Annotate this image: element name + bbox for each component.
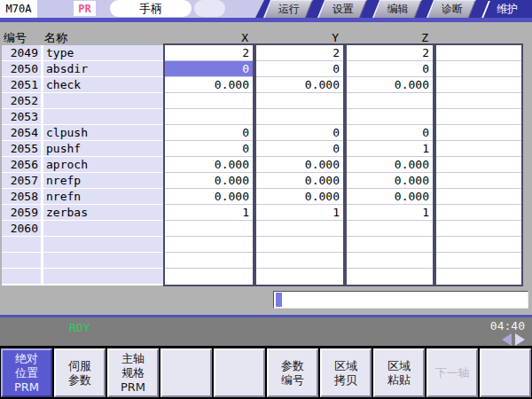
cell-2057-x[interactable]: 0.000	[165, 173, 253, 189]
cell-2058-y[interactable]: 0.000	[256, 189, 343, 205]
cell-2057-y[interactable]: 0.000	[256, 173, 343, 189]
softkey-param-number[interactable]: 参数编号	[267, 348, 318, 397]
column-header-x: X	[163, 32, 248, 44]
cell-2060-x[interactable]	[165, 221, 253, 237]
tab-edit[interactable]: 编辑	[372, 0, 422, 18]
page-left-arrow-icon[interactable]	[502, 333, 512, 346]
name-column: typeabsdircheckclpushpushfaprochnrefpnre…	[43, 45, 163, 285]
status-bar: RDY 04:40	[0, 317, 532, 346]
cell-2052-number: 2052	[2, 93, 41, 109]
cell-2056-number: 2056	[2, 157, 41, 173]
cell-2051-number: 2051	[2, 77, 41, 93]
softkey-absolute-position-prm[interactable]: 绝对位置PRM	[1, 348, 52, 397]
cell-2060-z[interactable]	[347, 221, 433, 237]
cell-blank-13-y[interactable]	[256, 253, 343, 269]
cell-2054-z[interactable]: 0	[347, 125, 433, 141]
cell-2052-name	[43, 93, 163, 109]
softkey-spindle-spec-prm[interactable]: 主轴规格PRM	[107, 348, 159, 397]
column-header-y: Y	[254, 32, 339, 44]
data-input-field[interactable]	[273, 291, 528, 309]
clock: 04:40	[490, 319, 525, 332]
cell-2051-name: check	[43, 77, 163, 93]
cell-2059-z[interactable]: 1	[347, 205, 433, 221]
softkey-empty-10[interactable]	[480, 348, 531, 397]
cell-blank-12-name	[43, 237, 163, 253]
cell-2053-z[interactable]	[347, 109, 433, 125]
softkey-empty-4[interactable]	[160, 348, 212, 397]
spare-value-column	[434, 43, 523, 286]
cell-2059-spare	[436, 205, 521, 221]
cell-2057-spare	[436, 173, 521, 189]
cell-2050-name: absdir	[43, 61, 163, 77]
cell-2050-x[interactable]: 0	[165, 61, 253, 77]
cell-2053-name	[43, 109, 163, 125]
cell-2058-spare	[436, 189, 521, 205]
softkey-empty-5[interactable]	[214, 348, 265, 397]
softkey-servo-param[interactable]: 伺服参数	[54, 348, 106, 397]
cell-2059-y[interactable]: 1	[256, 205, 343, 221]
cell-2060-name	[43, 221, 163, 237]
column-header-number: 编号	[4, 32, 27, 44]
cell-blank-13-z[interactable]	[347, 253, 433, 269]
cell-blank-12-x[interactable]	[165, 237, 253, 253]
tab-diagnosis[interactable]: 诊断	[426, 0, 476, 18]
cell-2050-number: 2050	[2, 61, 41, 77]
cell-blank-14-spare	[436, 269, 521, 284]
status-pill	[194, 0, 225, 17]
cell-2059-x[interactable]: 1	[165, 205, 253, 221]
column-header-name: 名称	[44, 32, 67, 44]
cell-2053-y[interactable]	[256, 109, 343, 125]
cell-blank-12-number	[2, 237, 41, 253]
column-header-z: Z	[345, 32, 428, 44]
cell-2056-x[interactable]: 0.000	[165, 157, 253, 173]
cell-2058-name: nrefn	[43, 189, 163, 205]
cell-blank-12-z[interactable]	[347, 237, 433, 253]
cell-2052-x[interactable]	[165, 93, 253, 109]
cell-2050-y[interactable]: 0	[256, 61, 343, 77]
cell-2049-x[interactable]: 2	[165, 45, 253, 61]
cell-blank-13-x[interactable]	[165, 253, 253, 269]
cell-2058-x[interactable]: 0.000	[165, 189, 253, 205]
cell-blank-14-number	[2, 269, 41, 285]
cell-2060-spare	[436, 221, 521, 237]
page-right-arrow-icon[interactable]	[515, 333, 525, 346]
cell-blank-13-name	[43, 253, 163, 269]
y-axis-value-column: 200.000000.0000.0000.0001	[254, 43, 345, 286]
cell-2060-y[interactable]	[256, 221, 343, 237]
cell-blank-14-x[interactable]	[165, 269, 253, 284]
tab-run[interactable]: 运行	[263, 0, 313, 18]
cell-2051-y[interactable]: 0.000	[256, 77, 343, 93]
tab-maintenance[interactable]: 维护	[481, 1, 530, 18]
cell-2053-x[interactable]	[165, 109, 253, 125]
cell-2054-y[interactable]: 0	[256, 125, 343, 141]
cell-2057-z[interactable]: 0.000	[347, 173, 433, 189]
x-axis-value-column: 200.000000.0000.0000.0001	[163, 43, 254, 286]
cell-2051-z[interactable]: 0.000	[347, 77, 433, 93]
cell-blank-14-y[interactable]	[256, 269, 343, 284]
cell-2055-y[interactable]: 0	[256, 141, 343, 157]
cell-2057-number: 2057	[2, 173, 41, 189]
cell-2050-z[interactable]: 0	[347, 61, 433, 77]
cell-2051-x[interactable]: 0.000	[165, 77, 253, 93]
softkey-next-axis[interactable]: 下一轴	[426, 348, 478, 397]
cell-2053-number: 2053	[2, 109, 41, 125]
cell-blank-12-y[interactable]	[256, 237, 343, 253]
cell-blank-14-z[interactable]	[347, 269, 433, 284]
cell-2049-y[interactable]: 2	[256, 45, 343, 61]
cell-2054-spare	[436, 125, 521, 141]
cell-2049-z[interactable]: 2	[347, 45, 433, 61]
menu-tab-bar: 运行 设置 编辑 诊断 维护	[255, 0, 532, 18]
cell-2056-y[interactable]: 0.000	[256, 157, 343, 173]
cell-2052-y[interactable]	[256, 93, 343, 109]
cell-2055-z[interactable]: 1	[347, 141, 433, 157]
cell-blank-14-name	[43, 269, 163, 285]
softkey-area-copy[interactable]: 区域拷贝	[320, 348, 372, 397]
title-bar: M70A PR 手柄 运行 设置 编辑 诊断 维护	[0, 0, 532, 18]
cell-2054-x[interactable]: 0	[165, 125, 253, 141]
cell-2055-x[interactable]: 0	[165, 141, 253, 157]
softkey-area-paste[interactable]: 区域粘贴	[373, 348, 425, 397]
cell-2056-z[interactable]: 0.000	[347, 157, 433, 173]
cell-2052-z[interactable]	[347, 93, 433, 109]
cell-2058-z[interactable]: 0.000	[347, 189, 433, 205]
tab-setup[interactable]: 设置	[317, 0, 367, 18]
